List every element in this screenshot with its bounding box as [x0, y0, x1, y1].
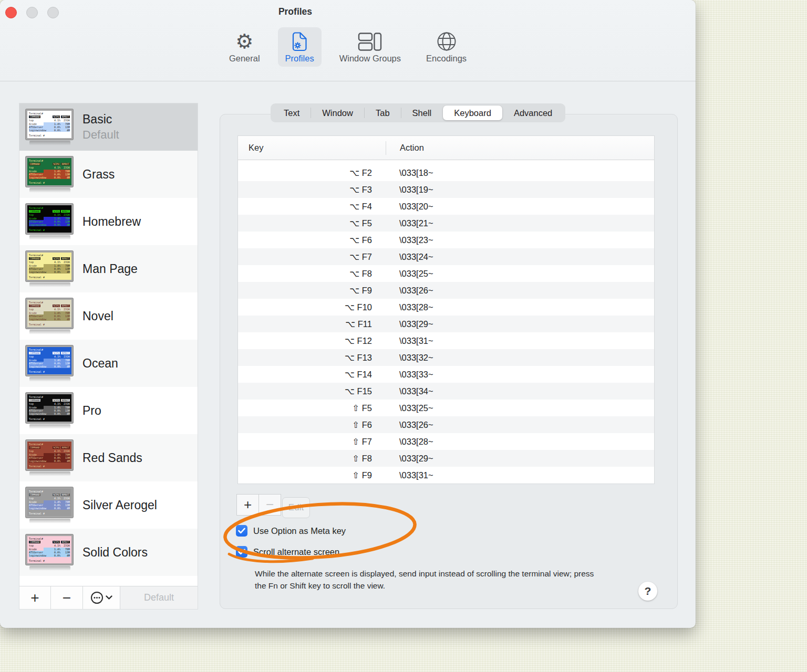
profile-document-icon [292, 31, 307, 52]
profile-item-homebrew[interactable]: Terminal# COMMAND%CPURPRVT top4.1%231KXc… [19, 198, 198, 245]
help-button[interactable]: ? [638, 582, 657, 601]
tab-text[interactable]: Text [273, 106, 311, 120]
key-table-row[interactable]: ⌥ F8 \033[25~ [238, 265, 654, 282]
action-cell: \033[32~ [372, 353, 433, 363]
add-key-button[interactable]: + [236, 494, 259, 516]
profile-thumbnail: Terminal# COMMAND%CPURPRVT top4.1%231KXc… [26, 440, 74, 476]
profile-item-solid-colors[interactable]: Terminal# COMMAND%CPURPRVT top4.1%231KXc… [19, 529, 198, 576]
action-cell: \033[28~ [372, 437, 433, 447]
action-cell: \033[31~ [372, 470, 433, 480]
key-cell: ⌥ F14 [238, 370, 372, 380]
key-table-row[interactable]: ⇧ F8 \033[29~ [238, 450, 654, 467]
action-cell: \033[33~ [372, 370, 433, 380]
action-cell: \033[28~ [372, 302, 433, 312]
key-table-row[interactable]: ⌥ F6 \033[23~ [238, 232, 654, 248]
checkbox-label: Use Option as Meta key [253, 526, 346, 536]
use-option-as-meta-checkbox-row[interactable]: Use Option as Meta key [236, 525, 346, 537]
key-cell: ⌥ F6 [238, 235, 372, 245]
key-table-row[interactable]: ⌥ F2 \033[18~ [238, 164, 654, 181]
gear-icon: ⚙ [235, 31, 253, 52]
key-table-row[interactable]: ⌥ F14 \033[33~ [238, 366, 654, 383]
action-cell: \033[21~ [372, 218, 433, 228]
action-cell: \033[24~ [372, 252, 433, 262]
key-table-row[interactable]: ⌥ F10 \033[28~ [238, 299, 654, 316]
profile-item-basic[interactable]: Terminal# COMMAND%CPURPRVT top4.1%231KXc… [19, 103, 198, 151]
column-divider [386, 141, 386, 155]
key-cell: ⌥ F5 [238, 218, 372, 228]
profile-thumbnail: Terminal# COMMAND%CPURPRVT top4.1%231KXc… [26, 109, 74, 145]
key-table-row[interactable]: ⇧ F6 \033[26~ [238, 416, 654, 433]
profile-thumbnail: Terminal# COMMAND%CPURPRVT top4.1%231KXc… [26, 298, 74, 334]
action-cell: \033[26~ [372, 420, 433, 430]
key-cell: ⌥ F15 [238, 386, 372, 396]
tab-bar: TextWindowTabShellKeyboardAdvanced [271, 103, 565, 122]
edit-key-button[interactable]: Edit [282, 497, 310, 518]
tab-keyboard[interactable]: Keyboard [443, 106, 502, 120]
profile-name: Homebrew [82, 215, 141, 229]
action-cell: \033[25~ [372, 403, 433, 413]
tab-window[interactable]: Window [311, 106, 364, 120]
toolbar-item-window-groups[interactable]: Window Groups [332, 27, 408, 67]
add-profile-button[interactable]: + [19, 586, 51, 609]
tab-shell[interactable]: Shell [401, 106, 443, 120]
checkbox-label: Scroll alternate screen [253, 547, 339, 557]
profile-thumbnail: Terminal# COMMAND%CPURPRVT top4.1%231KXc… [26, 487, 74, 523]
key-table-row[interactable]: ⌥ F7 \033[24~ [238, 248, 654, 265]
action-cell: \033[34~ [372, 386, 433, 396]
ellipsis-circle-icon [90, 591, 112, 604]
sidebar-footer: + − Default [19, 586, 198, 609]
action-cell: \033[29~ [372, 319, 433, 329]
key-table-row[interactable]: ⇧ F9 \033[31~ [238, 467, 654, 484]
checkbox-icon[interactable] [236, 546, 247, 558]
tab-advanced[interactable]: Advanced [503, 106, 563, 120]
profile-item-man-page[interactable]: Terminal# COMMAND%CPURPRVT top4.1%231KXc… [19, 245, 198, 292]
key-table-row[interactable]: ⌥ F15 \033[34~ [238, 383, 654, 400]
key-table-row[interactable]: ⌥ F5 \033[21~ [238, 215, 654, 232]
profile-item-grass[interactable]: Terminal# COMMAND%CPURPRVT top4.1%231KXc… [19, 151, 198, 198]
profile-item-red-sands[interactable]: Terminal# COMMAND%CPURPRVT top4.1%231KXc… [19, 434, 198, 481]
key-table-row[interactable]: ⌥ F11 \033[29~ [238, 316, 654, 332]
profile-item-pro[interactable]: Terminal# COMMAND%CPURPRVT top4.1%231KXc… [19, 387, 198, 434]
profile-default-badge: Default [82, 128, 119, 142]
tab-tab[interactable]: Tab [365, 106, 401, 120]
toolbar: ⚙ General [0, 27, 696, 67]
globe-icon [437, 31, 457, 52]
toolbar-label: Window Groups [339, 54, 401, 64]
titlebar: Profiles ⚙ General [0, 0, 696, 81]
key-table-row[interactable]: ⌥ F3 \033[19~ [238, 181, 654, 198]
key-cell: ⇧ F6 [238, 420, 372, 430]
profile-item-novel[interactable]: Terminal# COMMAND%CPURPRVT top4.1%231KXc… [19, 292, 198, 340]
profile-name: Man Page [82, 262, 138, 276]
key-table-row[interactable]: ⇧ F7 \033[28~ [238, 433, 654, 450]
profile-name: Basic [82, 112, 119, 127]
toolbar-item-profiles[interactable]: Profiles [278, 27, 322, 67]
toolbar-item-encodings[interactable]: Encodings [419, 27, 474, 67]
preferences-window: Profiles ⚙ General [0, 0, 696, 628]
key-cell: ⌥ F8 [238, 269, 372, 279]
key-table-row[interactable]: ⌥ F13 \033[32~ [238, 349, 654, 366]
profile-name: Ocean [82, 356, 118, 371]
key-table-row[interactable]: ⌥ F12 \033[31~ [238, 332, 654, 349]
default-button[interactable]: Default [120, 586, 198, 609]
key-table-row[interactable]: ⌥ F4 \033[20~ [238, 198, 654, 215]
key-table-body: ⌥ F2 \033[18~ ⌥ F3 \033[19~ ⌥ F4 \033[20… [238, 160, 654, 484]
more-options-button[interactable] [83, 586, 120, 609]
key-cell: ⌥ F11 [238, 319, 372, 329]
key-table-row[interactable]: ⇧ F5 \033[25~ [238, 400, 654, 416]
remove-profile-button[interactable]: − [51, 586, 83, 609]
profile-item-ocean[interactable]: Terminal# COMMAND%CPURPRVT top4.1%231KXc… [19, 340, 198, 387]
profile-thumbnail: Terminal# COMMAND%CPURPRVT top4.1%231KXc… [26, 251, 74, 287]
checkbox-icon[interactable] [236, 525, 247, 537]
key-cell: ⌥ F3 [238, 185, 372, 195]
profile-item-silver-aerogel[interactable]: Terminal# COMMAND%CPURPRVT top4.1%231KXc… [19, 481, 198, 529]
profile-thumbnail: Terminal# COMMAND%CPURPRVT top4.1%231KXc… [26, 156, 74, 193]
key-table-row[interactable]: ⌥ F9 \033[26~ [238, 282, 654, 299]
profile-name: Solid Colors [82, 545, 148, 560]
remove-key-button[interactable]: − [258, 494, 281, 516]
toolbar-label: Profiles [285, 54, 314, 64]
key-cell: ⌥ F10 [238, 302, 372, 312]
action-cell: \033[19~ [372, 185, 433, 195]
key-cell: ⇧ F9 [238, 470, 372, 480]
toolbar-item-general[interactable]: ⚙ General [222, 27, 267, 67]
scroll-alternate-screen-checkbox-row[interactable]: Scroll alternate screen [236, 546, 339, 558]
